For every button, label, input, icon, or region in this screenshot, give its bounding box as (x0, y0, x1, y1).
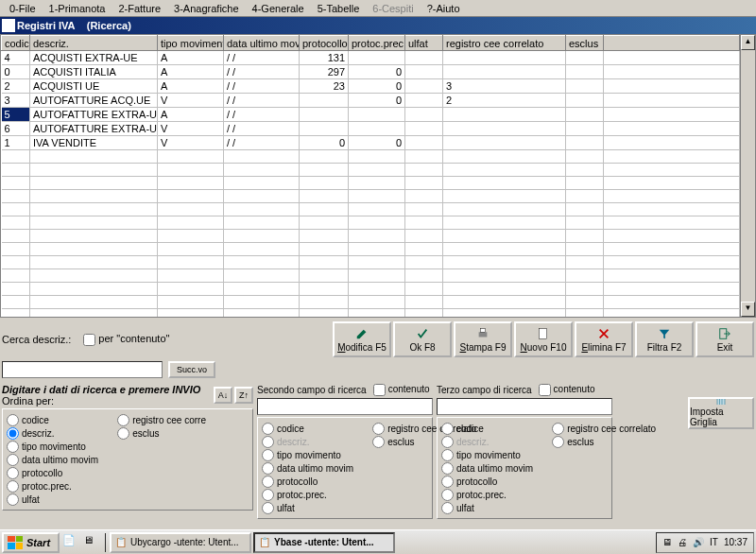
table-row[interactable] (2, 283, 740, 296)
sort-radio[interactable]: tipo movimento (262, 449, 353, 461)
menu-item[interactable]: 2-Fatture (112, 2, 166, 14)
sort-radio[interactable]: protocollo (262, 476, 353, 488)
svg-rect-4 (717, 399, 725, 405)
sort-radio[interactable]: registro cee corre (117, 414, 206, 426)
sort-radio[interactable]: data ultimo movim (441, 462, 533, 475)
sort-radio[interactable]: data ultimo movim (7, 454, 98, 466)
table-row[interactable] (2, 150, 740, 164)
tray-clock[interactable]: 10:37 (724, 537, 747, 547)
tray-icon[interactable]: 🖥 (662, 537, 672, 547)
grid-body: 4ACQUISTI EXTRA-UEA/ /1310ACQUISTI ITALI… (2, 51, 740, 318)
sort-radio[interactable]: protoc.prec. (7, 480, 98, 493)
ordina-per-group: Digitare i dati di ricerca e premere INV… (2, 384, 253, 519)
menu-item[interactable]: 3-Anagrafiche (168, 2, 245, 14)
sort-radio[interactable]: tipo movimento (7, 441, 98, 453)
table-row[interactable]: 4ACQUISTI EXTRA-UEA/ /131 (2, 51, 740, 65)
title-sub: (Ricerca) (87, 20, 131, 31)
modifica-button[interactable]: Modifica F5 (333, 321, 391, 357)
tray-lang[interactable]: IT (710, 537, 718, 547)
menu-item[interactable]: 6-Cespiti (367, 2, 419, 14)
sort-radio[interactable]: descriz. (262, 436, 353, 448)
tray-icon[interactable]: 🖨 (678, 537, 687, 547)
elimina-button[interactable]: Elimina F7 (575, 321, 633, 357)
sort-radio[interactable]: codice (7, 414, 98, 426)
sort-radio[interactable]: protocollo (7, 467, 98, 479)
sort-asc-button[interactable]: A↓ (214, 387, 232, 404)
sort-radio[interactable]: codice (262, 423, 353, 435)
table-row[interactable]: 0ACQUISTI ITALIAA/ /2970 (2, 65, 740, 79)
ter-col-a: codicedescriz.tipo movimentodata ultimo … (441, 423, 533, 514)
quicklaunch-icon[interactable]: 📄 (61, 533, 80, 552)
menu-item[interactable]: 4-Generale (247, 2, 310, 14)
table-row[interactable] (2, 203, 740, 216)
start-button[interactable]: Start (2, 532, 60, 553)
taskbar-app-1[interactable]: 📋 Ubycargo -utente: Utent... (110, 532, 251, 553)
svg-rect-1 (480, 328, 485, 332)
secondo-input[interactable] (257, 398, 433, 415)
taskbar-app-2[interactable]: 📋 Ybase -utente: Utent... (253, 532, 395, 553)
stampa-button[interactable]: Stampa F9 (454, 321, 512, 357)
table-row[interactable] (2, 216, 740, 230)
sort-radio[interactable]: tipo movimento (441, 449, 533, 461)
table-row[interactable]: 2ACQUISTI UEA/ /2303 (2, 79, 740, 94)
succvo-button[interactable]: Succ.vo (168, 361, 215, 378)
table-row[interactable] (2, 190, 740, 203)
sort-radio[interactable]: ulfat (7, 493, 98, 506)
table-row[interactable] (2, 256, 740, 269)
vertical-scrollbar[interactable]: ▲▼ (740, 35, 755, 317)
sort-radio[interactable]: esclus (552, 436, 656, 448)
ordina-label: Ordina per: (2, 395, 200, 407)
sort-radio[interactable]: protocollo (441, 476, 533, 488)
per-contenuto-check[interactable]: per "contenuto" (80, 333, 169, 346)
sort-radio[interactable]: registro cee correlato (552, 423, 656, 435)
ok-button[interactable]: Ok F8 (393, 321, 452, 357)
svg-rect-2 (540, 328, 547, 338)
sort-radio[interactable]: esclus (117, 427, 206, 440)
taskbar[interactable]: Start 📄 🖥 📋 Ubycargo -utente: Utent... 📋… (0, 529, 756, 554)
menubar[interactable]: 0-File1-Primanota2-Fatture3-Anagrafiche4… (0, 0, 756, 17)
search-input[interactable] (2, 361, 163, 378)
menu-item[interactable]: 5-Tabelle (312, 2, 366, 14)
tray-icon[interactable]: 🔊 (693, 537, 704, 547)
nuovo-button[interactable]: Nuovo F10 (514, 321, 573, 357)
table-row[interactable]: 6AUTOFATTURE EXTRA-UE VEN.V/ / (2, 122, 740, 136)
sort-radio[interactable]: protoc.prec. (441, 489, 533, 501)
table-row[interactable]: 5AUTOFATTURE EXTRA-UE ACQ.A/ / (2, 108, 740, 122)
system-tray[interactable]: 🖥 🖨 🔊 IT 10:37 (656, 532, 754, 553)
table-row[interactable] (2, 269, 740, 283)
sort-radio[interactable]: ulfat (441, 502, 533, 514)
quicklaunch-icon[interactable]: 🖥 (82, 533, 101, 552)
sort-radio[interactable]: data ultimo movim (262, 462, 353, 475)
imposta-griglia-button[interactable]: Imposta Griglia (688, 397, 754, 429)
table-row[interactable] (2, 230, 740, 243)
table-row[interactable] (2, 177, 740, 190)
grid-table: codicedescriz.tipo movimentodata ultimo … (1, 35, 740, 317)
table-row[interactable]: 3AUTOFATTURE ACQ.UEV/ /02 (2, 94, 740, 108)
menu-item[interactable]: ?-Aiuto (421, 2, 466, 14)
terzo-input[interactable] (437, 398, 612, 415)
menu-item[interactable]: 1-Primanota (43, 2, 112, 14)
sort-radio[interactable]: descriz. (441, 436, 533, 448)
table-row[interactable]: 1IVA VENDITEV/ /00 (2, 136, 740, 150)
table-row[interactable] (2, 164, 740, 177)
sort-radio[interactable]: codice (441, 423, 533, 435)
sort-radio[interactable]: ulfat (262, 502, 353, 514)
menu-item[interactable]: 0-File (4, 2, 42, 14)
data-grid[interactable]: codicedescriz.tipo movimentodata ultimo … (0, 34, 756, 318)
sort-radio[interactable]: descriz. (7, 427, 98, 440)
sort-col-a: codicedescriz.tipo movimentodata ultimo … (7, 414, 98, 506)
window-titlebar: Registri IVA (Ricerca) (0, 17, 756, 34)
exit-button[interactable]: Exit (696, 321, 754, 357)
table-row[interactable] (2, 243, 740, 256)
filtra-button[interactable]: Filtra F2 (635, 321, 694, 357)
grid-header-row[interactable]: codicedescriz.tipo movimentodata ultimo … (2, 36, 740, 51)
search-label: Cerca descriz.: (2, 334, 71, 345)
title-main: Registri IVA (17, 20, 76, 31)
sort-desc-button[interactable]: Z↑ (234, 387, 253, 404)
sort-radio[interactable]: protoc.prec. (262, 489, 353, 501)
secondo-label: Secondo campo di ricerca (257, 385, 367, 395)
search-row-2: Succ.vo (0, 361, 756, 382)
table-row[interactable] (2, 296, 740, 309)
table-row[interactable] (2, 309, 740, 318)
terzo-label: Terzo campo di ricerca (437, 385, 532, 395)
